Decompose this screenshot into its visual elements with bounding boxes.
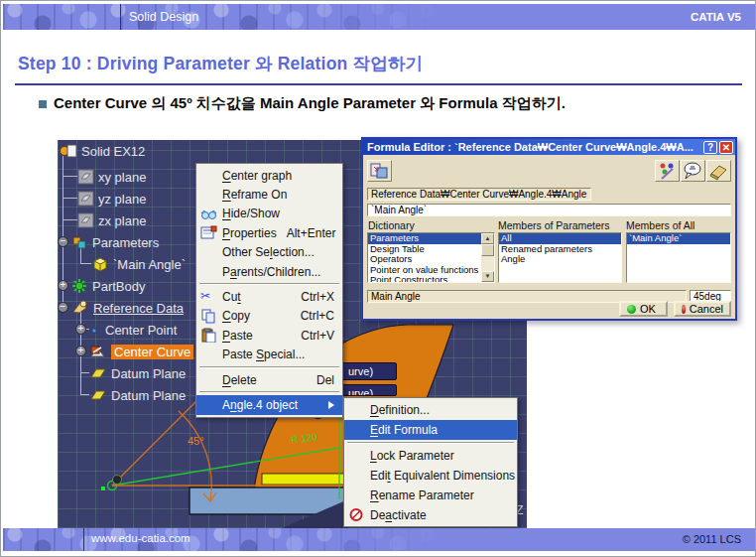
tree-item-label: `Main Angle` <box>113 257 186 272</box>
tree-item-reference-data[interactable]: Reference Data <box>71 298 184 318</box>
formula-editor-dialog: Formula Editor : `Reference Data₩Center … <box>361 137 737 321</box>
import-formula-button[interactable] <box>367 160 392 182</box>
menu-item-paste-special[interactable]: Paste Special... <box>196 346 342 364</box>
list-item[interactable]: Parameters <box>368 233 481 244</box>
submenu-item-rename-parameter[interactable]: Rename Parameter <box>344 486 517 505</box>
graph-wizard-icon <box>656 161 679 181</box>
menu-item-hide-show[interactable]: Hide/Show <box>196 205 342 223</box>
tree-connector <box>63 219 77 220</box>
angle-submenu: Definition... Edit Formula Lock Paramete… <box>343 397 518 527</box>
close-icon[interactable]: ✕ <box>719 141 733 154</box>
scroll-down-icon[interactable]: ▼ <box>481 271 494 282</box>
tree-item-zx-plane[interactable]: zx plane <box>77 210 146 230</box>
tree-item-center-curve[interactable]: Center Curve <box>89 342 193 361</box>
scrollbar[interactable]: ▲ ▼ <box>481 233 494 282</box>
erase-button[interactable] <box>706 160 731 182</box>
tree-item-label: yz plane <box>98 192 146 207</box>
formula-input[interactable]: `Main Angle` <box>367 204 731 216</box>
copy-icon <box>200 309 217 324</box>
members-of-all-header: Members of All <box>626 219 694 231</box>
tree-connector <box>81 372 89 373</box>
menu-item-cut[interactable]: ✂ Cut Ctrl+X <box>196 287 342 306</box>
partbody-icon <box>71 278 88 294</box>
datum-plane-icon <box>89 366 107 380</box>
expand-icon[interactable] <box>75 324 86 335</box>
menu-item-angle4-object[interactable]: Angle.4 object <box>196 395 342 414</box>
ok-button[interactable]: OK <box>619 301 668 317</box>
footer-copyright: © 2011 LCS <box>683 533 741 545</box>
list-item[interactable]: Point Constructors <box>368 275 481 283</box>
menu-shortcut: Ctrl+V <box>291 329 334 343</box>
comment-button[interactable] <box>681 160 705 182</box>
angle-dimension-value[interactable]: 45° <box>188 435 204 447</box>
dictionary-list[interactable]: Parameters Design Table Operators Pointe… <box>367 232 495 283</box>
menu-shortcut: Ctrl+X <box>291 290 334 304</box>
submenu-item-deactivate[interactable]: Deactivate <box>344 505 517 525</box>
tree-item-partbody[interactable]: PartBody <box>71 276 145 296</box>
menu-item-delete[interactable]: Delete Del <box>196 370 342 389</box>
list-item[interactable]: Operators <box>368 254 481 265</box>
paste-icon <box>200 328 217 343</box>
scroll-thumb[interactable] <box>481 244 494 256</box>
submenu-item-edit-equivalent-dimensions[interactable]: Edit Equivalent Dimensions <box>344 466 517 486</box>
tree-item-label: Center Curve <box>111 345 193 359</box>
dialog-titlebar[interactable]: Formula Editor : `Reference Data₩Center … <box>363 139 735 155</box>
graph-wizard-button[interactable] <box>655 160 680 182</box>
expand-icon[interactable] <box>75 346 86 356</box>
expand-icon[interactable] <box>58 280 68 291</box>
menu-item-reframe-on[interactable]: Reframe On <box>196 185 342 204</box>
members-of-parameters-list[interactable]: All Renamed parameters Angle <box>498 232 622 283</box>
tree-item-label: Center Point <box>105 323 177 338</box>
menu-item-other-selection[interactable]: Other Selection... <box>196 243 342 262</box>
cancel-led-icon <box>682 305 686 314</box>
title-rule <box>15 83 742 85</box>
ok-label: OK <box>640 303 656 315</box>
collapse-icon[interactable] <box>58 236 68 247</box>
tree-item-root[interactable]: Solid EX12 <box>60 141 145 161</box>
tree-item-datum-plane-2[interactable]: Datum Plane <box>89 385 186 405</box>
header-divider <box>120 4 121 30</box>
menu-item-paste[interactable]: Paste Ctrl+V <box>196 326 342 345</box>
dialog-body: Reference Data₩Center Curve₩Angle.4₩Angl… <box>363 155 735 319</box>
members-of-parameters-header: Members of Parameters <box>498 219 610 231</box>
bullet-square-icon <box>39 100 47 108</box>
tree-item-yz-plane[interactable]: yz plane <box>77 189 146 209</box>
tree-item-xy-plane[interactable]: xy plane <box>77 167 146 187</box>
tree-item-label: Solid EX12 <box>81 144 145 159</box>
submenu-item-definition[interactable]: Definition... <box>344 400 517 420</box>
list-item[interactable]: All <box>499 233 621 244</box>
speech-bubble-icon <box>682 161 704 181</box>
collapse-icon[interactable] <box>58 302 68 313</box>
reference-set-icon <box>71 300 89 316</box>
submenu-item-edit-formula[interactable]: Edit Formula <box>344 420 517 440</box>
point-icon <box>89 323 101 337</box>
tree-connector <box>81 263 91 264</box>
hide-show-icon <box>200 207 217 221</box>
menu-item-properties[interactable]: Properties Alt+Enter <box>196 223 342 242</box>
list-item[interactable]: Angle <box>499 254 621 265</box>
menu-item-center-graph[interactable]: Center graph <box>196 166 342 185</box>
header-brand-label: CATIA V5 <box>691 11 741 23</box>
tree-item-center-point[interactable]: Center Point <box>89 320 177 340</box>
menu-shortcut: Alt+Enter <box>277 226 336 240</box>
tree-item-main-angle[interactable]: `Main Angle` <box>91 254 186 274</box>
help-button[interactable]: ? <box>703 141 717 154</box>
scroll-up-icon[interactable]: ▲ <box>481 233 494 244</box>
menu-item-parents-children[interactable]: Parents/Children... <box>196 262 342 281</box>
tree-item-parameters[interactable]: Parameters <box>71 232 159 252</box>
tree-item-label: Reference Data <box>93 301 184 316</box>
menu-item-copy[interactable]: Copy Ctrl+C <box>196 307 342 326</box>
menu-shortcut: Del <box>307 373 334 387</box>
cancel-button[interactable]: Cancel <box>674 301 731 317</box>
menu-separator <box>199 366 339 368</box>
tree-item-datum-plane-1[interactable]: Datum Plane <box>89 363 186 383</box>
members-of-all-list[interactable]: `Main Angle` <box>626 232 731 283</box>
cut-icon: ✂ <box>200 289 217 304</box>
cancel-label: Cancel <box>690 303 723 315</box>
menu-separator <box>199 283 339 285</box>
tree-connector <box>81 394 89 395</box>
submenu-arrow-icon <box>328 401 338 409</box>
constraint-symbol <box>113 476 122 485</box>
submenu-item-lock-parameter[interactable]: Lock Parameter <box>344 446 517 466</box>
list-item[interactable]: `Main Angle` <box>627 233 730 244</box>
